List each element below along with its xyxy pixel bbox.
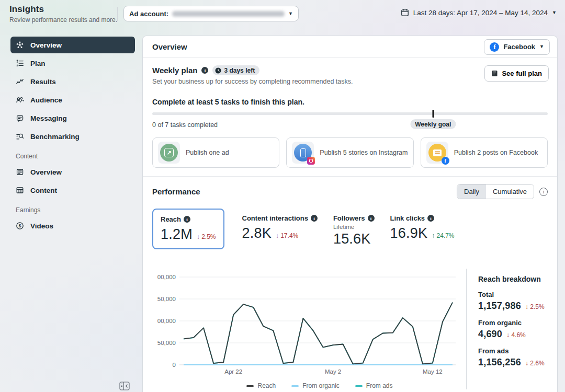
info-icon: i bbox=[311, 215, 318, 222]
ad-account-value-redacted bbox=[172, 11, 285, 17]
sidebar-item-benchmarking[interactable]: Benchmarking bbox=[10, 128, 135, 145]
sidebar-item-label: Overview bbox=[30, 168, 62, 176]
legend-label: Reach bbox=[257, 382, 276, 389]
plan-book-icon bbox=[491, 70, 498, 77]
ordered-list-icon bbox=[16, 59, 24, 67]
svg-text:$: $ bbox=[19, 223, 21, 228]
chevron-down-icon: ▼ bbox=[552, 10, 557, 15]
metric-card-content-interactions[interactable]: Content interactionsi 2.8K↓ 17.4% bbox=[241, 209, 319, 247]
task-card-instagram-stories[interactable]: Publish 5 stories on Instagram bbox=[286, 137, 413, 168]
metric-value: 2.8K bbox=[242, 225, 272, 241]
task-card-publish-ad[interactable]: ↗ Publish one ad bbox=[152, 137, 279, 168]
metric-label: Link clicks bbox=[390, 214, 425, 222]
metric-delta: ↑ 24.7% bbox=[432, 232, 454, 239]
svg-text:May 2: May 2 bbox=[325, 368, 341, 375]
toggle-daily-button[interactable]: Daily bbox=[457, 185, 486, 199]
sidebar: Overview Plan Results Audience Messaging… bbox=[10, 37, 135, 236]
sidebar-section-content: Content bbox=[16, 153, 135, 160]
sidebar-item-content[interactable]: Content bbox=[10, 182, 135, 199]
svg-text:50,000: 50,000 bbox=[157, 340, 176, 346]
date-range-selector[interactable]: Last 28 days: Apr 17, 2024 – May 14, 202… bbox=[401, 8, 557, 17]
publish-ad-icon: ↗ bbox=[158, 142, 180, 164]
sidebar-item-plan[interactable]: Plan bbox=[10, 55, 135, 72]
sidebar-item-content-overview[interactable]: Overview bbox=[10, 164, 135, 180]
metric-value: 16.9K bbox=[390, 225, 428, 241]
info-icon[interactable]: i bbox=[539, 188, 548, 196]
sidebar-section-earnings: Earnings bbox=[16, 206, 135, 214]
svg-text:May 12: May 12 bbox=[423, 368, 443, 375]
metric-card-reach[interactable]: Reachi 1.2M↓ 2.5% bbox=[152, 209, 224, 249]
legend-item-from-organic: From organic bbox=[291, 382, 340, 389]
task-label: Publish one ad bbox=[186, 149, 229, 156]
section-title-overview: Overview bbox=[152, 42, 187, 51]
reach-breakdown-panel: Reach breakdown Total 1,157,986↓ 2.5% Fr… bbox=[466, 269, 548, 389]
sidebar-item-label: Benchmarking bbox=[30, 133, 80, 141]
reach-breakdown-title: Reach breakdown bbox=[478, 275, 548, 283]
task-label: Publish 5 stories on Instagram bbox=[320, 149, 408, 156]
calendar-icon bbox=[401, 8, 409, 17]
see-full-plan-button[interactable]: See full plan bbox=[484, 65, 549, 82]
legend-item-reach: Reach bbox=[246, 382, 276, 389]
clock-icon bbox=[215, 67, 221, 74]
info-icon: i bbox=[368, 215, 375, 222]
sidebar-item-label: Audience bbox=[30, 96, 62, 104]
metric-delta: ↓ 17.4% bbox=[276, 232, 298, 239]
page-title: Insights bbox=[9, 4, 117, 15]
metric-card-link-clicks[interactable]: Link clicksi 16.9K↑ 24.7% bbox=[389, 209, 456, 247]
days-left-badge: 3 days left bbox=[212, 65, 259, 75]
sidebar-item-label: Results bbox=[30, 78, 56, 86]
facebook-posts-icon: f bbox=[426, 142, 448, 164]
channel-selector[interactable]: f Facebook ▼ bbox=[484, 39, 550, 55]
channel-selector-label: Facebook bbox=[503, 43, 535, 51]
svg-text:Apr 22: Apr 22 bbox=[224, 368, 242, 375]
breakdown-value: 4,690 bbox=[478, 329, 502, 340]
weekly-plan-goal-heading: Complete at least 5 tasks to finish this… bbox=[152, 98, 548, 106]
sidebar-item-audience[interactable]: Audience bbox=[10, 91, 135, 108]
post-icon bbox=[16, 168, 24, 176]
performance-title: Performance bbox=[152, 187, 200, 196]
hub-icon bbox=[16, 41, 24, 49]
breakdown-row-ads: From ads 1,156,256↓ 2.6% bbox=[478, 347, 548, 368]
facebook-badge-icon: f bbox=[442, 157, 449, 165]
breakdown-row-organic: From organic 4,690↓ 4.6% bbox=[478, 319, 548, 340]
people-icon bbox=[16, 96, 24, 104]
sidebar-item-videos[interactable]: $ Videos bbox=[10, 217, 135, 234]
main-panel: Overview f Facebook ▼ Weekly plan i 3 da… bbox=[142, 36, 558, 392]
svg-text:00,000: 00,000 bbox=[157, 274, 176, 280]
metric-card-followers[interactable]: Followersi Lifetime 15.6K bbox=[332, 209, 376, 253]
legend-item-from-ads: From ads bbox=[355, 382, 393, 389]
info-icon[interactable]: i bbox=[201, 67, 208, 74]
performance-section: Performance Daily Cumulative i Reachi 1.… bbox=[143, 177, 557, 389]
svg-text:0: 0 bbox=[173, 362, 176, 368]
task-card-list: ↗ Publish one ad Publish 5 stories on In… bbox=[152, 137, 548, 168]
sidebar-item-label: Overview bbox=[30, 41, 62, 49]
view-toggle: Daily Cumulative bbox=[457, 184, 534, 199]
svg-text:00,000: 00,000 bbox=[157, 318, 176, 324]
sidebar-item-messaging[interactable]: Messaging bbox=[10, 110, 135, 126]
sidebar-item-overview[interactable]: Overview bbox=[10, 37, 135, 53]
collapse-panel-icon bbox=[119, 382, 130, 390]
metric-card-list: Reachi 1.2M↓ 2.5% Content interactionsi … bbox=[152, 209, 548, 253]
performance-chart: 00,00050,00000,00050,0000Apr 22May 2May … bbox=[152, 269, 466, 389]
metric-label: Followers bbox=[333, 214, 365, 222]
search-lines-icon bbox=[16, 132, 24, 141]
instagram-badge-icon bbox=[307, 157, 315, 165]
instagram-stories-icon bbox=[292, 142, 314, 164]
breakdown-value: 1,156,256 bbox=[478, 357, 521, 368]
sidebar-item-results[interactable]: Results bbox=[10, 73, 135, 90]
breakdown-delta: ↓ 2.5% bbox=[525, 303, 545, 310]
page-header: Insights Review performance results and … bbox=[9, 4, 117, 24]
sidebar-collapse-button[interactable] bbox=[119, 382, 130, 392]
breakdown-label: Total bbox=[478, 291, 548, 298]
ads-line-swatch bbox=[355, 385, 363, 387]
metric-sublabel: Lifetime bbox=[333, 224, 375, 230]
days-left-label: 3 days left bbox=[224, 67, 255, 74]
toggle-cumulative-button[interactable]: Cumulative bbox=[486, 185, 534, 199]
weekly-goal-pill: Weekly goal bbox=[410, 119, 456, 129]
metric-value: 1.2M bbox=[161, 226, 193, 243]
ad-account-selector[interactable]: Ad account: ▼ bbox=[123, 6, 299, 21]
weekly-plan-title: Weekly plan bbox=[152, 66, 197, 75]
breakdown-delta: ↓ 4.6% bbox=[506, 331, 526, 339]
info-icon: i bbox=[184, 216, 190, 223]
task-card-facebook-posts[interactable]: f Publish 2 posts on Facebook bbox=[421, 137, 548, 168]
